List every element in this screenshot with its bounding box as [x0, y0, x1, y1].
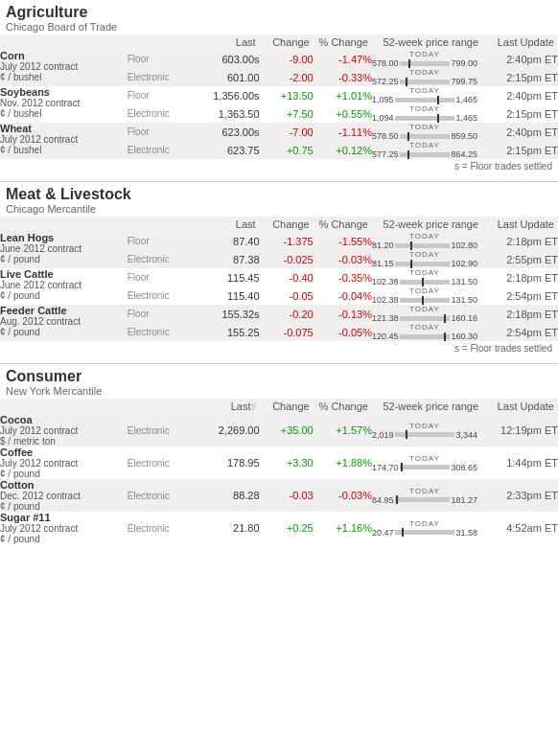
col-type: [128, 217, 196, 232]
range-bar: TODAY 84.95 181.27: [372, 487, 477, 505]
pct-value: +1.57%: [314, 414, 372, 447]
update-time: 2:54pm ET: [489, 323, 558, 341]
commodity-detail2: ¢ / pound: [0, 290, 128, 301]
commodity-detail2: ¢ / bushel: [0, 108, 128, 119]
change-value: +35.00: [260, 414, 314, 447]
table-row: Cotton Dec. 2012 contract ¢ / pound Elec…: [0, 479, 558, 512]
range-bar: TODAY 2,019 3,344: [372, 422, 477, 440]
data-table: Last? Change % Change 52-week price rang…: [0, 399, 558, 544]
commodity-detail1: June 2012 contract: [0, 280, 128, 290]
section-title: Meat & Livestock: [6, 186, 552, 203]
commodity-name-cell: Cotton Dec. 2012 contract ¢ / pound: [0, 479, 128, 512]
range-cell: TODAY 81.20 102.80: [372, 232, 490, 250]
range-cell: TODAY 120.45 160.30: [372, 323, 490, 341]
pct-value: -1.55%: [314, 232, 372, 250]
col-change: Change: [260, 34, 314, 50]
type-cell: Electronic: [128, 414, 196, 447]
last-help-icon[interactable]: ?: [251, 402, 256, 412]
range-bar: TODAY 577.25 864.25: [372, 141, 477, 159]
commodity-detail1: June 2012 contract: [0, 243, 128, 254]
update-time: 2:40pm ET: [489, 123, 558, 141]
section-title: Consumer: [6, 368, 552, 385]
pct-value: -0.35%: [314, 268, 372, 286]
section-agriculture: Agriculture Chicago Board of Trade Last …: [0, 0, 558, 173]
commodity-label: Wheat: [0, 123, 128, 134]
col-range: 52-week price range: [372, 34, 490, 50]
table-row: Lean Hogs June 2012 contract ¢ / pound F…: [0, 232, 558, 250]
table-row: Live Cattle June 2012 contract ¢ / pound…: [0, 268, 558, 286]
type-cell: Electronic: [128, 479, 196, 512]
range-bar: TODAY 20.47 31.58: [372, 519, 477, 538]
commodity-detail1: Nov. 2012 contract: [0, 98, 128, 108]
col-update: Last Update: [489, 399, 558, 414]
update-time: 2:40pm ET: [489, 50, 558, 68]
last-value: 1,356.00s: [196, 86, 259, 104]
range-bar: TODAY 572.25 799.75: [372, 68, 477, 86]
pct-value: +0.55%: [314, 104, 372, 123]
range-cell: TODAY 2,019 3,344: [372, 414, 490, 447]
commodity-detail2: ¢ / pound: [0, 501, 128, 512]
range-bar: TODAY 120.45 160.30: [372, 323, 477, 341]
table-row: Feeder Cattle Aug. 2012 contract ¢ / pou…: [0, 305, 558, 323]
last-value: 87.40: [196, 232, 259, 250]
type-cell: Floor: [128, 268, 196, 286]
table-header: Last Change % Change 52-week price range…: [0, 34, 558, 50]
range-bar: TODAY 102.38 131.50: [372, 286, 477, 305]
table-row: Sugar #11 July 2012 contract ¢ / pound E…: [0, 512, 558, 544]
commodity-label: Cocoa: [0, 414, 128, 425]
table-row: Coffee July 2012 contract ¢ / pound Elec…: [0, 447, 558, 479]
col-change: Change: [260, 217, 314, 232]
table-header: Last Change % Change 52-week price range…: [0, 217, 558, 232]
commodity-label: Live Cattle: [0, 268, 128, 280]
table-header: Last? Change % Change 52-week price rang…: [0, 399, 558, 414]
col-last: Last: [196, 34, 259, 50]
change-value: -0.075: [260, 323, 314, 341]
range-cell: TODAY 174.70 308.65: [372, 447, 490, 479]
commodity-label: Sugar #11: [0, 512, 128, 523]
data-table: Last Change % Change 52-week price range…: [0, 34, 558, 159]
commodity-detail2: ¢ / pound: [0, 469, 128, 479]
footnote: s = Floor trades settled: [0, 341, 558, 355]
pct-value: -0.03%: [314, 479, 372, 512]
pct-value: -1.47%: [314, 50, 372, 68]
section-title: Agriculture: [6, 4, 552, 21]
update-time: 2:15pm ET: [489, 68, 558, 86]
update-time: 2:18pm ET: [489, 305, 558, 323]
commodity-detail1: July 2012 contract: [0, 134, 128, 145]
update-time: 2:33pm ET: [489, 479, 558, 512]
last-value: 115.40: [196, 286, 259, 305]
last-value: 623.75: [196, 141, 259, 159]
section-header: Consumer New York Mercantile: [0, 364, 558, 399]
section-subtitle: Chicago Mercantile: [6, 203, 552, 215]
change-value: -0.025: [260, 250, 314, 268]
col-type: [128, 34, 196, 50]
range-bar: TODAY 1,095 1,465: [372, 86, 477, 104]
change-value: -1.375: [260, 232, 314, 250]
change-value: +3.30: [260, 447, 314, 479]
pct-value: +1.01%: [314, 86, 372, 104]
commodity-label: Cotton: [0, 479, 128, 491]
change-value: -0.20: [260, 305, 314, 323]
col-commodity: [0, 34, 128, 50]
type-cell: Electronic: [128, 512, 196, 544]
commodity-name-cell: Corn July 2012 contract ¢ / bushel: [0, 50, 128, 86]
pct-value: -0.13%: [314, 305, 372, 323]
pct-value: -0.03%: [314, 250, 372, 268]
commodity-name-cell: Wheat July 2012 contract ¢ / bushel: [0, 123, 128, 159]
type-cell: Floor: [128, 50, 196, 68]
last-value: 623.00s: [196, 123, 259, 141]
pct-value: +1.88%: [314, 447, 372, 479]
section-consumer: Consumer New York Mercantile Last? Chang…: [0, 364, 558, 544]
update-time: 2:18pm ET: [489, 232, 558, 250]
update-time: 1:44pm ET: [489, 447, 558, 479]
col-pct: % Change: [314, 34, 372, 50]
commodity-detail2: ¢ / bushel: [0, 72, 128, 82]
range-cell: TODAY 578.50 859.50: [372, 123, 490, 141]
type-cell: Electronic: [128, 323, 196, 341]
col-last: Last: [196, 217, 259, 232]
type-cell: Floor: [128, 232, 196, 250]
commodity-name-cell: Feeder Cattle Aug. 2012 contract ¢ / pou…: [0, 305, 128, 341]
change-value: +7.50: [260, 104, 314, 123]
section-subtitle: New York Mercantile: [6, 385, 552, 397]
commodity-name-cell: Sugar #11 July 2012 contract ¢ / pound: [0, 512, 128, 544]
